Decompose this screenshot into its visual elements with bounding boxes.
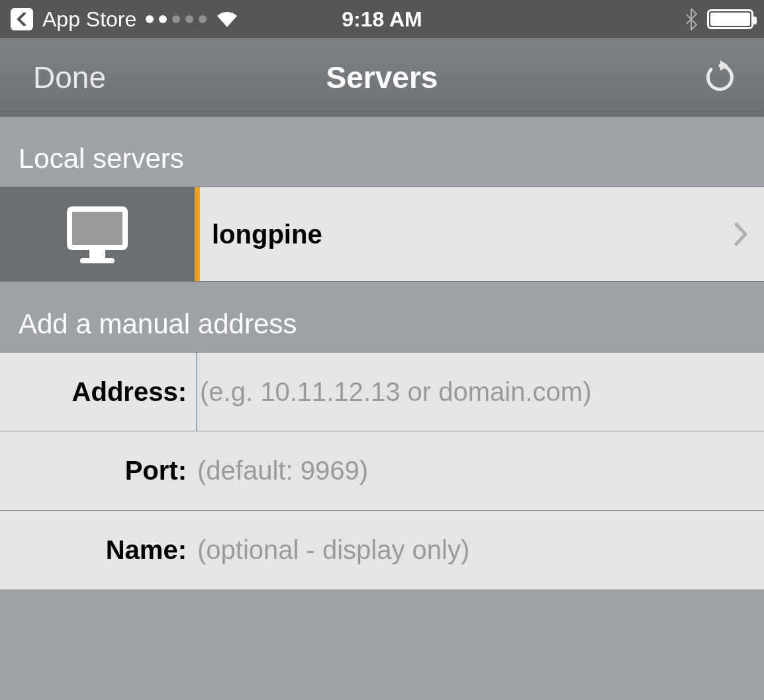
address-input[interactable] xyxy=(196,353,764,431)
computer-icon xyxy=(64,204,130,265)
manual-address-header: Add a manual address xyxy=(0,282,764,352)
server-row-longpine[interactable]: longpine xyxy=(0,187,764,282)
back-to-app-store-icon[interactable] xyxy=(11,8,33,30)
address-label: Address: xyxy=(72,377,187,406)
local-servers-header: Local servers xyxy=(0,116,764,187)
port-label: Port: xyxy=(125,456,187,485)
bottom-spacer xyxy=(0,590,764,700)
server-row-label-box: longpine xyxy=(200,187,718,281)
nav-bar: Done Servers xyxy=(0,38,764,116)
server-row-icon-box xyxy=(0,187,195,281)
port-input[interactable] xyxy=(195,431,764,510)
status-bar-left: App Store xyxy=(11,7,342,32)
port-row: Port: xyxy=(0,431,764,511)
status-bar: App Store 9:18 AM xyxy=(0,0,764,38)
done-button[interactable]: Done xyxy=(33,60,106,95)
status-bar-time: 9:18 AM xyxy=(342,7,422,32)
name-row: Name: xyxy=(0,511,764,590)
battery-icon xyxy=(707,9,753,29)
bluetooth-icon xyxy=(685,8,698,30)
svg-rect-2 xyxy=(72,212,122,245)
server-name-label: longpine xyxy=(212,220,322,249)
refresh-icon xyxy=(703,60,738,95)
content: Local servers longpine Add a manual addr… xyxy=(0,116,764,700)
server-row-chevron xyxy=(718,187,764,281)
wifi-icon xyxy=(216,11,238,28)
refresh-button[interactable] xyxy=(703,60,738,95)
chevron-right-icon xyxy=(734,222,748,246)
name-input[interactable] xyxy=(195,511,764,590)
name-label: Name: xyxy=(106,535,187,564)
svg-rect-4 xyxy=(80,258,115,263)
server-row-accent xyxy=(195,187,200,281)
back-app-label[interactable]: App Store xyxy=(42,7,136,32)
page-indicator-dots xyxy=(146,15,207,23)
address-row: Address: xyxy=(0,352,764,431)
page-title: Servers xyxy=(0,60,764,95)
status-bar-right xyxy=(422,8,753,30)
svg-rect-3 xyxy=(89,250,105,258)
